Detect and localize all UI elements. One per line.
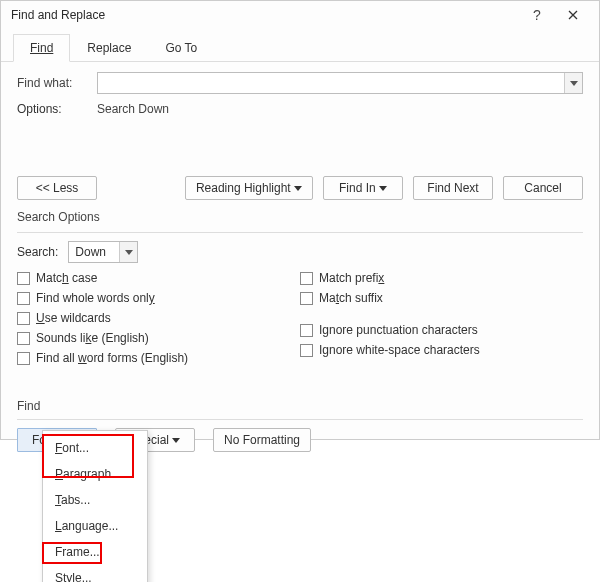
check-whole-words[interactable]: Find whole words only: [17, 291, 300, 305]
checkbox-icon: [300, 272, 313, 285]
menu-font[interactable]: Font...: [43, 435, 147, 461]
chevron-down-icon: [570, 81, 578, 86]
options-value: Search Down: [97, 102, 169, 116]
check-match-case[interactable]: Match case: [17, 271, 300, 285]
checkbox-icon: [300, 344, 313, 357]
divider: [17, 419, 583, 420]
find-replace-dialog: Find and Replace ? Find Replace Go To Fi…: [0, 0, 600, 440]
menu-tabs[interactable]: Tabs...: [43, 487, 147, 513]
check-ignore-punctuation[interactable]: Ignore punctuation characters: [300, 323, 583, 337]
tab-label: Find: [30, 41, 53, 55]
tab-label: Replace: [87, 41, 131, 55]
search-direction-label: Search:: [17, 245, 58, 259]
tab-goto[interactable]: Go To: [148, 34, 214, 62]
close-button[interactable]: [555, 1, 591, 29]
help-button[interactable]: ?: [519, 1, 555, 29]
check-wildcards[interactable]: Use wildcards: [17, 311, 300, 325]
chevron-down-icon: [379, 186, 387, 191]
tab-find[interactable]: Find: [13, 34, 70, 62]
action-row: << Less Reading Highlight Find In Find N…: [17, 176, 583, 200]
checkbox-icon: [300, 324, 313, 337]
tab-bar: Find Replace Go To: [1, 29, 599, 62]
cancel-button[interactable]: Cancel: [503, 176, 583, 200]
menu-paragraph[interactable]: Paragraph...: [43, 461, 147, 487]
checkbox-icon: [17, 332, 30, 345]
window-title: Find and Replace: [11, 8, 519, 22]
reading-highlight-button[interactable]: Reading Highlight: [185, 176, 313, 200]
find-group-title: Find: [17, 399, 583, 413]
checkbox-icon: [17, 312, 30, 325]
menu-frame[interactable]: Frame...: [43, 539, 147, 565]
search-options-title: Search Options: [17, 210, 583, 224]
less-button[interactable]: << Less: [17, 176, 97, 200]
titlebar: Find and Replace ?: [1, 1, 599, 29]
no-formatting-button[interactable]: No Formatting: [213, 428, 311, 452]
divider: [17, 232, 583, 233]
menu-language[interactable]: Language...: [43, 513, 147, 539]
chevron-down-icon: [172, 438, 180, 443]
chevron-down-icon: [125, 250, 133, 255]
checkbox-icon: [17, 272, 30, 285]
check-sounds-like[interactable]: Sounds like (English): [17, 331, 300, 345]
close-icon: [568, 10, 578, 20]
search-direction-select[interactable]: Down: [68, 241, 138, 263]
check-match-prefix[interactable]: Match prefix: [300, 271, 583, 285]
checkbox-icon: [300, 292, 313, 305]
format-menu: Font... Paragraph... Tabs... Language...…: [42, 430, 148, 582]
find-what-dropdown[interactable]: [564, 73, 582, 93]
dialog-content: Find what: Options: Search Down << Less …: [1, 62, 599, 464]
chevron-down-icon: [294, 186, 302, 191]
find-what-label: Find what:: [17, 76, 97, 90]
tab-replace[interactable]: Replace: [70, 34, 148, 62]
find-next-button[interactable]: Find Next: [413, 176, 493, 200]
tab-label: Go To: [165, 41, 197, 55]
check-match-suffix[interactable]: Match suffix: [300, 291, 583, 305]
checkbox-icon: [17, 352, 30, 365]
check-word-forms[interactable]: Find all word forms (English): [17, 351, 300, 365]
options-label: Options:: [17, 102, 97, 116]
find-in-button[interactable]: Find In: [323, 176, 403, 200]
checkbox-icon: [17, 292, 30, 305]
search-direction-dropdown[interactable]: [119, 242, 137, 262]
check-ignore-whitespace[interactable]: Ignore white-space characters: [300, 343, 583, 357]
find-what-input[interactable]: [97, 72, 583, 94]
menu-style[interactable]: Style...: [43, 565, 147, 582]
